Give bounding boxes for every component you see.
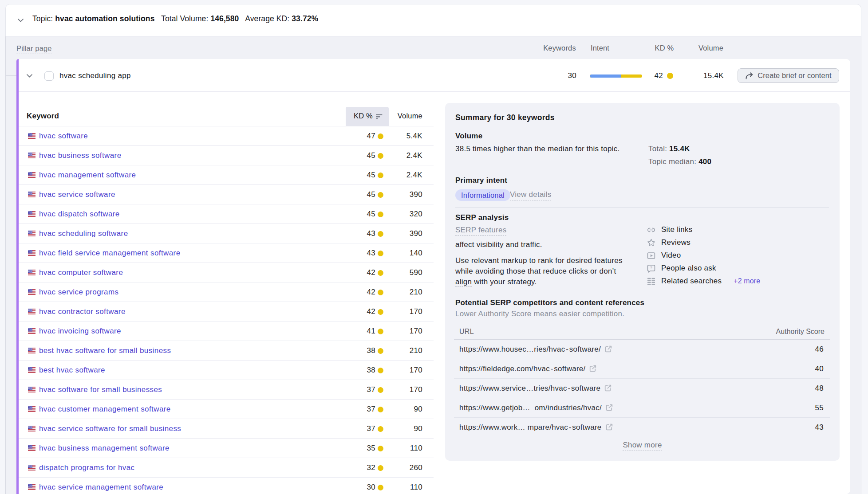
svg-text:?: ?: [650, 266, 652, 270]
